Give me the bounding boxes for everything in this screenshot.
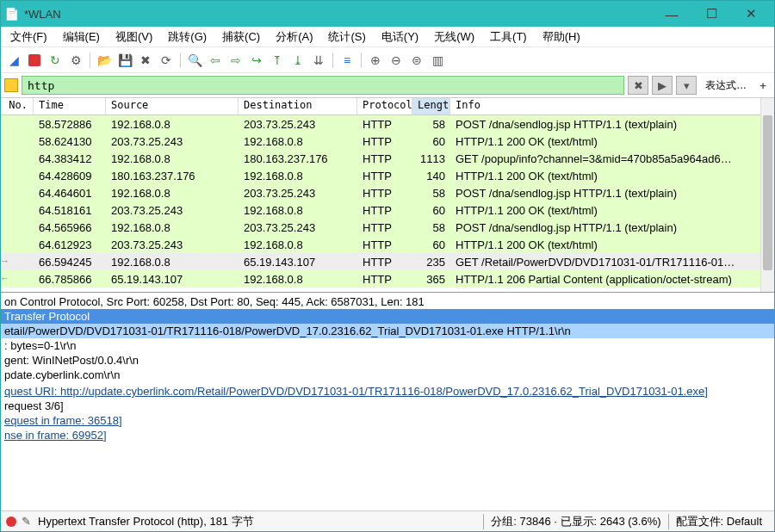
cell-len: 60 [412,238,450,252]
detail-line[interactable]: nse in frame: 69952] [1,428,774,442]
col-info[interactable]: Info [450,98,774,114]
menu-item-4[interactable]: 捕获(C) [214,27,268,47]
clear-filter-button[interactable]: ✖ [628,76,648,95]
menu-item-2[interactable]: 视图(V) [108,27,160,47]
first-button[interactable]: ⤒ [268,51,287,70]
cell-proto: HTTP [357,203,412,218]
menu-item-0[interactable]: 文件(F) [3,27,55,47]
resize-cols-button[interactable]: ▥ [428,51,447,70]
cell-src: 180.163.237.176 [106,169,239,183]
cell-dst: 180.163.237.176 [239,152,357,166]
cell-src: 192.168.0.8 [106,220,239,235]
menu-item-10[interactable]: 帮助(H) [535,27,588,47]
cell-info: HTTP/1.1 200 OK (text/html) [450,238,774,252]
close-button[interactable]: ✕ [731,1,771,27]
menu-item-1[interactable]: 编辑(E) [55,27,108,47]
cell-proto: HTTP [357,152,412,166]
close-file-button[interactable]: ✖ [136,51,155,70]
apply-filter-button[interactable]: ▶ [652,76,673,95]
cell-no [1,244,34,245]
last-button[interactable]: ⤓ [288,51,307,70]
menu-item-3[interactable]: 跳转(G) [160,27,214,47]
cell-time: 58.624130 [34,134,106,149]
col-length[interactable]: Length [412,98,450,114]
bookmark-icon[interactable] [4,78,18,92]
cell-src: 203.73.25.243 [106,238,239,252]
packet-row[interactable]: →66.594245192.168.0.865.19.143.107HTTP23… [1,253,774,270]
capture-options-button[interactable]: ⚙ [66,51,85,70]
cell-proto: HTTP [357,134,412,149]
display-filter-input[interactable] [22,76,624,95]
cell-proto: HTTP [357,238,412,252]
recent-filter-button[interactable]: ▾ [676,76,697,95]
minimize-button[interactable]: — [652,1,691,27]
detail-line: pdate.cyberlink.com\r\n [1,368,774,382]
zoom-reset-button[interactable]: ⊜ [407,51,426,70]
col-destination[interactable]: Destination [239,98,357,114]
reload-button[interactable]: ⟳ [157,51,176,70]
separator [361,53,362,68]
cell-proto: HTTP [357,255,412,269]
packet-details[interactable]: on Control Protocol, Src Port: 60258, Ds… [1,292,774,488]
cell-src: 192.168.0.8 [106,255,239,269]
stop-capture-button[interactable] [25,51,44,70]
prev-button[interactable]: ⇦ [206,51,225,70]
col-time[interactable]: Time [34,98,106,114]
next-button[interactable]: ⇨ [226,51,245,70]
packet-row[interactable]: 64.565966192.168.0.8203.73.25.243HTTP58P… [1,219,774,236]
colorize-button[interactable]: ≡ [338,51,356,70]
cell-proto: HTTP [357,117,412,132]
cell-len: 58 [412,117,450,132]
cell-time: 64.518161 [34,203,106,218]
packet-row[interactable]: 64.612923203.73.25.243192.168.0.8HTTP60H… [1,236,774,253]
auto-scroll-button[interactable]: ⇊ [309,51,328,70]
menu-item-9[interactable]: 工具(T) [482,27,535,47]
cell-time: 66.785866 [34,272,106,287]
zoom-out-button[interactable]: ⊖ [387,51,406,70]
packet-row[interactable]: 64.383412192.168.0.8180.163.237.176HTTP1… [1,150,774,167]
menu-item-7[interactable]: 电话(Y) [374,27,426,47]
menubar: 文件(F)编辑(E)视图(V)跳转(G)捕获(C)分析(A)统计(S)电话(Y)… [1,27,774,47]
packet-row[interactable]: ←66.78586665.19.143.107192.168.0.8HTTP36… [1,270,774,288]
find-button[interactable]: 🔍 [185,51,204,70]
add-filter-button[interactable]: + [755,77,771,93]
expression-button[interactable]: 表达式… [700,78,752,93]
col-no[interactable]: No. [1,98,34,114]
save-button[interactable]: 💾 [115,51,134,70]
maximize-button[interactable]: ☐ [691,1,731,27]
menu-item-5[interactable]: 分析(A) [268,27,320,47]
packet-scrollbar[interactable] [760,98,774,292]
cell-dst: 203.73.25.243 [239,117,357,132]
col-protocol[interactable]: Protocol [357,98,412,114]
detail-line: gent: WinINetPost/0.0.4\r\n [1,353,774,368]
edit-icon[interactable]: ✎ [22,515,31,528]
cell-no [1,209,34,211]
packet-row[interactable]: 58.624130203.73.25.243192.168.0.8HTTP60H… [1,133,774,150]
zoom-in-button[interactable]: ⊕ [366,51,385,70]
menu-item-8[interactable]: 无线(W) [426,27,482,47]
restart-capture-button[interactable]: ↻ [46,51,65,70]
cell-dst: 203.73.25.243 [239,220,357,235]
packet-row[interactable]: 64.464601192.168.0.8203.73.25.243HTTP58P… [1,184,774,201]
jump-button[interactable]: ↪ [247,51,266,70]
packet-row[interactable]: 58.572886192.168.0.8203.73.25.243HTTP58P… [1,115,774,133]
status-profile[interactable]: 配置文件: Default [668,514,769,529]
cell-dst: 192.168.0.8 [239,134,357,149]
separator [180,53,181,68]
cell-dst: 192.168.0.8 [239,203,357,218]
expert-info-icon[interactable] [6,517,16,527]
packet-row[interactable]: 64.428609180.163.237.176192.168.0.8HTTP1… [1,167,774,184]
cell-info: POST /dna/sendlog.jsp HTTP/1.1 (text/pla… [450,186,774,201]
packet-row[interactable]: 64.518161203.73.25.243192.168.0.8HTTP60H… [1,201,774,219]
detail-line[interactable]: quest URI: http://update.cyberlink.com/R… [1,384,774,399]
shark-icon[interactable]: ◢ [4,51,23,70]
open-file-button[interactable]: 📂 [95,51,114,70]
cell-len: 60 [412,203,450,218]
detail-line: on Control Protocol, Src Port: 60258, Ds… [1,294,774,309]
cell-no [1,226,34,228]
menu-item-6[interactable]: 统计(S) [320,27,373,47]
col-source[interactable]: Source [106,98,239,114]
detail-line[interactable]: equest in frame: 36518] [1,413,774,428]
cell-info: POST /dna/sendlog.jsp HTTP/1.1 (text/pla… [450,220,774,235]
cell-dst: 192.168.0.8 [239,238,357,252]
